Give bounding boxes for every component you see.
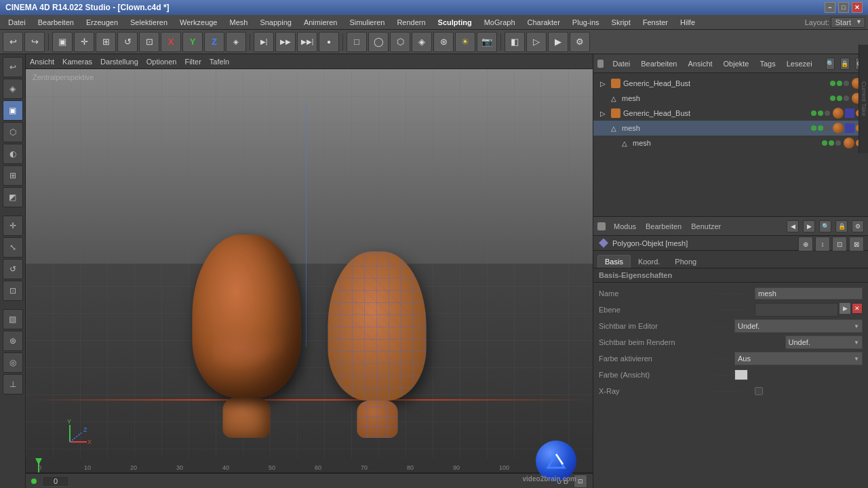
tool-move[interactable]: ✛ xyxy=(3,216,23,236)
obj-lock-1[interactable] xyxy=(844,81,849,86)
tool-floor[interactable]: ⊥ xyxy=(3,374,23,394)
menu-simulieren[interactable]: Simulieren xyxy=(344,17,390,28)
menu-fenster[interactable]: Fenster xyxy=(637,17,673,28)
tool-sculpt[interactable]: ◐ xyxy=(3,144,23,164)
vp-menu-kameras[interactable]: Kameras xyxy=(62,58,92,66)
x-axis-btn[interactable]: X xyxy=(161,32,181,52)
tool-rotate2[interactable]: ↺ xyxy=(3,259,23,279)
obj-tab-datei[interactable]: Datei xyxy=(610,58,633,69)
obj-row-3[interactable]: ▷ Generic_Head_Bust xyxy=(593,106,868,121)
obj-row-4[interactable]: △ mesh xyxy=(593,121,868,136)
obj-expand-3[interactable]: ▷ xyxy=(597,108,608,119)
deform-btn[interactable]: ⊛ xyxy=(433,32,454,52)
obj-vis-2[interactable] xyxy=(830,96,835,101)
prop-ebene-input[interactable] xyxy=(755,303,838,317)
props-btn-bearbeiten[interactable]: Bearbeiten xyxy=(643,221,684,232)
obj-lock[interactable]: 🔒 xyxy=(840,58,849,70)
rotate-tool[interactable]: ↺ xyxy=(117,32,138,52)
menu-animieren[interactable]: Animieren xyxy=(298,17,343,28)
props-tab-koord[interactable]: Koord. xyxy=(631,255,667,268)
obj-vis-3[interactable] xyxy=(811,110,816,116)
obj-lock-4[interactable] xyxy=(825,125,830,131)
menu-mograph[interactable]: MoGraph xyxy=(479,17,521,28)
transform-tool[interactable]: ⊡ xyxy=(139,32,159,52)
layout-dropdown[interactable]: Start ▼ xyxy=(831,17,865,28)
props-settings[interactable]: ⚙ xyxy=(852,220,864,232)
prop-checkbox-xray[interactable] xyxy=(755,387,763,395)
menu-hilfe[interactable]: Hilfe xyxy=(675,17,701,28)
vp-menu-tafeln[interactable]: Tafeln xyxy=(210,58,229,66)
obj-row-2[interactable]: △ mesh xyxy=(593,91,868,106)
render-btn[interactable]: ▷ xyxy=(526,32,547,52)
tool-select-obj[interactable]: ▣ xyxy=(3,100,23,121)
tool-paint[interactable]: ◩ xyxy=(3,187,23,207)
tool-mode-2[interactable]: ◈ xyxy=(3,79,23,99)
props-nav-next[interactable]: ▶ xyxy=(803,220,815,232)
render-settings[interactable]: ⚙ xyxy=(570,32,590,52)
props-tab-phong[interactable]: Phong xyxy=(667,255,704,268)
menu-skript[interactable]: Skript xyxy=(606,17,636,28)
obj-tab-tags[interactable]: Tags xyxy=(757,58,778,69)
nurbs-btn[interactable]: ◈ xyxy=(412,32,432,52)
menu-bearbeiten[interactable]: Bearbeiten xyxy=(33,17,79,28)
obj-render-1[interactable] xyxy=(837,81,842,86)
obj-search[interactable]: 🔍 xyxy=(826,58,835,70)
vp-btn-1[interactable]: ⊕ xyxy=(798,237,813,251)
tool-model[interactable]: ⬡ xyxy=(3,122,23,142)
obj-tab-lesezei[interactable]: Lesezei xyxy=(784,58,815,69)
tool-selection[interactable]: ▧ xyxy=(3,309,23,329)
undo-button[interactable]: ↩ xyxy=(3,32,23,52)
props-tab-basis[interactable]: Basis xyxy=(597,255,631,268)
obj-tab-bearbeiten[interactable]: Bearbeiten xyxy=(638,58,679,69)
sphere-btn[interactable]: ◯ xyxy=(368,32,389,52)
obj-vis-4[interactable] xyxy=(811,125,816,131)
menu-rendern[interactable]: Rendern xyxy=(391,17,431,28)
poly-btn[interactable]: ⬡ xyxy=(390,32,410,52)
obj-lock-5[interactable] xyxy=(835,140,841,146)
move-tool[interactable]: ✛ xyxy=(74,32,94,52)
obj-render-5[interactable] xyxy=(829,140,834,146)
prop-input-name[interactable] xyxy=(755,287,863,300)
obj-render-2[interactable] xyxy=(837,96,842,101)
tool-paint2[interactable]: ◎ xyxy=(3,352,23,373)
props-btn-benutzer[interactable]: Benutzer xyxy=(688,221,724,232)
prop-dropdown-sichtbar-editor[interactable]: Undef. ▼ xyxy=(734,319,863,333)
close-button[interactable]: ✕ xyxy=(852,2,863,13)
menu-snapping[interactable]: Snapping xyxy=(254,17,297,28)
obj-row-1[interactable]: ▷ Generic_Head_Bust xyxy=(593,76,868,91)
vp-btn-3[interactable]: ⊡ xyxy=(832,237,847,251)
obj-lock-3[interactable] xyxy=(825,110,830,116)
transform-mode[interactable]: ◈ xyxy=(226,32,246,52)
light-btn[interactable]: ☀ xyxy=(455,32,475,52)
props-nav-prev[interactable]: ◀ xyxy=(787,220,799,232)
z-axis-btn[interactable]: Z xyxy=(204,32,224,52)
menu-erzeugen[interactable]: Erzeugen xyxy=(81,17,123,28)
tool-scale2[interactable]: ⤡ xyxy=(3,237,23,258)
tool-transform2[interactable]: ⊡ xyxy=(3,281,23,301)
vp-menu-ansicht[interactable]: Ansicht xyxy=(30,58,54,66)
props-search[interactable]: 🔍 xyxy=(819,220,831,232)
obj-row-5[interactable]: △ mesh xyxy=(593,136,868,150)
menu-charakter[interactable]: Charakter xyxy=(522,17,566,28)
tool-uv[interactable]: ⊞ xyxy=(3,165,23,186)
prop-ebene-arrow-right[interactable]: ▶ xyxy=(840,303,850,314)
prop-dropdown-sichtbar-render[interactable]: Undef. ▼ xyxy=(785,336,863,349)
vp-btn-4[interactable]: ⊠ xyxy=(849,237,864,251)
prop-dropdown-farbe-aktiv[interactable]: Aus ▼ xyxy=(734,352,863,365)
obj-tab-ansicht[interactable]: Ansicht xyxy=(685,58,715,69)
vp-menu-optionen[interactable]: Optionen xyxy=(146,58,177,66)
render-view[interactable]: ◧ xyxy=(505,32,525,52)
obj-lock-2[interactable] xyxy=(844,96,849,101)
obj-expand-1[interactable]: ▷ xyxy=(597,78,608,89)
obj-tab-objekte[interactable]: Objekte xyxy=(721,58,752,69)
render-anim[interactable]: ▶ xyxy=(548,32,568,52)
prop-color-swatch[interactable] xyxy=(734,369,748,380)
menu-plugins[interactable]: Plug-ins xyxy=(567,17,605,28)
vp-menu-darstellung[interactable]: Darstellung xyxy=(100,58,138,66)
menu-mesh[interactable]: Mesh xyxy=(224,17,253,28)
tool-lasso[interactable]: ⊛ xyxy=(3,331,23,351)
menu-werkzeuge[interactable]: Werkzeuge xyxy=(174,17,222,28)
obj-render-3[interactable] xyxy=(818,110,823,116)
props-btn-modus[interactable]: Modus xyxy=(611,221,639,232)
anim-rec[interactable]: ● xyxy=(319,32,339,52)
